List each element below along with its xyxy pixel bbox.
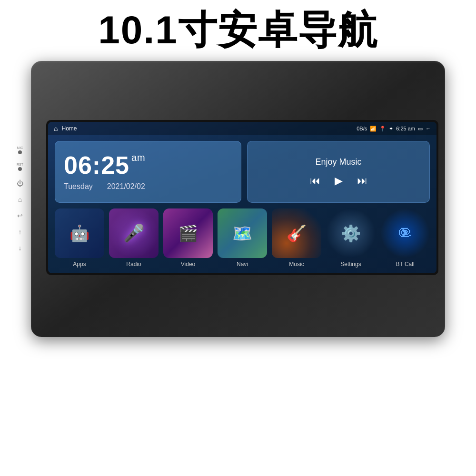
screen-bezel: ⌂ Home 0B/s 📶 📍 ✦ 6:25 am ▭ ← bbox=[46, 120, 438, 275]
bluetooth-icon: ✦ bbox=[389, 126, 393, 132]
music-title: Enjoy Music bbox=[315, 157, 361, 167]
device-container: MIC RST ⏻ ⌂ ↩ ↑ ↓ ⌂ bbox=[0, 61, 476, 337]
clock-day: Tuesday bbox=[64, 182, 93, 191]
apps-label: Apps bbox=[73, 261, 86, 268]
bt-icon-wrapper: ᪤ bbox=[380, 208, 430, 258]
app-item-radio[interactable]: 🎤 Radio bbox=[109, 208, 159, 268]
clock-widget: 06:25am Tuesday 2021/02/02 bbox=[55, 141, 241, 203]
widgets-row: 06:25am Tuesday 2021/02/02 Enjoy Music bbox=[55, 141, 430, 203]
music-label: Music bbox=[289, 261, 304, 268]
prev-button[interactable]: ⏮ bbox=[310, 175, 320, 187]
navi-icon-wrapper: 🗺️ bbox=[218, 208, 267, 258]
home-icon[interactable]: ⌂ bbox=[54, 125, 58, 132]
screen-icon: ▭ bbox=[418, 126, 423, 132]
status-bar-left: ⌂ Home bbox=[54, 125, 77, 132]
status-bar: ⌂ Home 0B/s 📶 📍 ✦ 6:25 am ▭ ← bbox=[48, 122, 436, 135]
gear-icon: ⚙️ bbox=[341, 224, 361, 243]
guitar-icon: 🎸 bbox=[287, 224, 307, 243]
mic-label: MIC bbox=[17, 146, 23, 154]
play-button[interactable]: ▶ bbox=[335, 175, 343, 187]
music-icon-wrapper: 🎸 bbox=[272, 208, 321, 258]
am-pm: am bbox=[131, 152, 146, 163]
radio-label: Radio bbox=[126, 261, 141, 268]
app-item-settings[interactable]: ⚙️ Settings bbox=[326, 208, 376, 268]
radio-icon-wrapper: 🎤 bbox=[109, 208, 159, 258]
app-item-navi[interactable]: 🗺️ Navi bbox=[218, 208, 267, 268]
apps-icon-wrapper: 🤖 bbox=[55, 208, 104, 258]
rst-label: RST bbox=[17, 163, 23, 171]
music-controls: ⏮ ▶ ⏭ bbox=[310, 175, 367, 187]
screen: ⌂ Home 0B/s 📶 📍 ✦ 6:25 am ▭ ← bbox=[48, 122, 436, 273]
device-shell: MIC RST ⏻ ⌂ ↩ ↑ ↓ ⌂ bbox=[31, 61, 445, 337]
clock-date-row: Tuesday 2021/02/02 bbox=[64, 182, 232, 191]
time-display: 6:25 am bbox=[396, 126, 415, 131]
bt-label: BT Call bbox=[396, 261, 414, 268]
power-icon[interactable]: ⏻ bbox=[17, 179, 23, 187]
status-bar-right: 0B/s 📶 📍 ✦ 6:25 am ▭ ← bbox=[357, 126, 431, 132]
home-side-icon[interactable]: ⌂ bbox=[18, 196, 22, 203]
data-speed: 0B/s bbox=[357, 126, 367, 131]
clock-time: 06:25am bbox=[64, 153, 232, 178]
video-label: Video bbox=[181, 261, 195, 268]
app-grid: 🤖 Apps 🎤 Radio bbox=[55, 208, 430, 268]
app-item-music[interactable]: 🎸 Music bbox=[272, 208, 321, 268]
back-icon[interactable]: ← bbox=[426, 126, 431, 131]
video-icon: 🎬 bbox=[178, 224, 198, 243]
bt-svg bbox=[397, 225, 414, 242]
page-title: 10.1寸安卓导航 bbox=[98, 0, 378, 61]
vol-up-icon[interactable]: ↑ bbox=[19, 228, 22, 236]
home-label: Home bbox=[61, 125, 77, 132]
app-item-bt[interactable]: ᪤ BT Call bbox=[380, 208, 430, 268]
settings-label: Settings bbox=[340, 261, 361, 268]
bezel-controls: MIC RST ⏻ ⌂ ↩ ↑ ↓ bbox=[17, 146, 23, 252]
next-button[interactable]: ⏭ bbox=[357, 175, 367, 187]
app-item-video[interactable]: 🎬 Video bbox=[163, 208, 213, 268]
navi-label: Navi bbox=[237, 261, 248, 268]
map-icon: 🗺️ bbox=[232, 224, 252, 243]
location-icon: 📍 bbox=[379, 126, 386, 132]
android-icon: 🤖 bbox=[69, 224, 89, 243]
app-item-apps[interactable]: 🤖 Apps bbox=[55, 208, 104, 268]
settings-icon-wrapper: ⚙️ bbox=[326, 208, 376, 258]
vol-down-icon[interactable]: ↓ bbox=[19, 244, 22, 252]
signal-icon: 📶 bbox=[370, 126, 377, 132]
video-icon-wrapper: 🎬 bbox=[163, 208, 213, 258]
main-content: 06:25am Tuesday 2021/02/02 Enjoy Music bbox=[48, 135, 436, 273]
music-widget[interactable]: Enjoy Music ⏮ ▶ ⏭ bbox=[247, 141, 430, 203]
clock-date: 2021/02/02 bbox=[107, 182, 145, 191]
back-side-icon[interactable]: ↩ bbox=[17, 212, 23, 219]
microphone-icon: 🎤 bbox=[123, 223, 145, 243]
